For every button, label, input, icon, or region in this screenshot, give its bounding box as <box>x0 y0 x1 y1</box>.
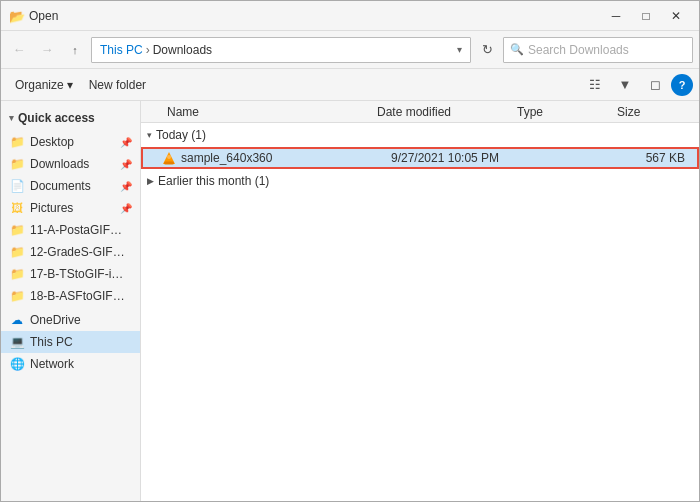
file-name-sample: sample_640x360 <box>181 151 391 165</box>
new-folder-label: New folder <box>89 78 146 92</box>
desktop-folder-icon: 📁 <box>9 134 25 150</box>
file-date-sample: 9/27/2021 10:05 PM <box>391 151 531 165</box>
folder1-icon: 📁 <box>9 222 25 238</box>
address-bar: ← → ↑ This PC › Downloads ▾ ↻ 🔍 Search D… <box>1 31 699 69</box>
search-icon: 🔍 <box>510 43 524 56</box>
search-placeholder: Search Downloads <box>528 43 629 57</box>
downloads-pin-icon: 📌 <box>120 159 132 170</box>
close-button[interactable]: ✕ <box>661 1 691 31</box>
quick-access-header[interactable]: ▾ Quick access <box>1 105 140 131</box>
sidebar-item-folder2[interactable]: 📁 12-GradeS-GIFtoVid <box>1 241 140 263</box>
folder4-icon: 📁 <box>9 288 25 304</box>
network-icon: 🌐 <box>9 356 25 372</box>
organize-label: Organize <box>15 78 64 92</box>
today-group-label: Today (1) <box>156 128 206 142</box>
sidebar-item-pictures[interactable]: 🖼 Pictures 📌 <box>1 197 140 219</box>
sidebar-desktop-label: Desktop <box>30 135 74 149</box>
sidebar-item-folder4[interactable]: 📁 18-B-ASFtoGIF-ima <box>1 285 140 307</box>
sidebar: ▾ Quick access 📁 Desktop 📌 📁 Downloads 📌… <box>1 101 141 501</box>
quick-access-label: Quick access <box>18 111 95 125</box>
file-list: Name Date modified Type Size ▾ Today (1) <box>141 101 699 501</box>
group-today-header[interactable]: ▾ Today (1) <box>141 123 699 147</box>
col-name-header[interactable]: Name <box>147 105 377 119</box>
window-controls: ─ □ ✕ <box>601 1 691 31</box>
breadcrumb[interactable]: This PC › Downloads ▾ <box>91 37 471 63</box>
sidebar-folder1-label: 11-A-PostaGIFonIns <box>30 223 125 237</box>
minimize-button[interactable]: ─ <box>601 1 631 31</box>
sidebar-item-documents[interactable]: 📄 Documents 📌 <box>1 175 140 197</box>
onedrive-icon: ☁ <box>9 312 25 328</box>
sidebar-pictures-label: Pictures <box>30 201 73 215</box>
folder3-icon: 📁 <box>9 266 25 282</box>
sidebar-item-network[interactable]: 🌐 Network <box>1 353 140 375</box>
sidebar-item-thispc[interactable]: 💻 This PC <box>1 331 140 353</box>
svg-rect-1 <box>164 162 174 165</box>
view-dropdown-button[interactable]: ▼ <box>611 73 639 97</box>
organize-arrow: ▾ <box>67 78 73 92</box>
sidebar-folder2-label: 12-GradeS-GIFtoVid <box>30 245 125 259</box>
help-button[interactable]: ? <box>671 74 693 96</box>
breadcrumb-thispc[interactable]: This PC <box>100 43 143 57</box>
window-icon: 📂 <box>9 9 23 23</box>
col-type-header[interactable]: Type <box>517 105 617 119</box>
search-box[interactable]: 🔍 Search Downloads <box>503 37 693 63</box>
pictures-folder-icon: 🖼 <box>9 200 25 216</box>
sidebar-item-folder3[interactable]: 📁 17-B-TStoGIF-imag <box>1 263 140 285</box>
documents-pin-icon: 📌 <box>120 181 132 192</box>
breadcrumb-dropdown-icon[interactable]: ▾ <box>457 44 462 55</box>
expand-pane-button[interactable]: ◻ <box>641 73 669 97</box>
folder2-icon: 📁 <box>9 244 25 260</box>
title-bar: 📂 Open ─ □ ✕ <box>1 1 699 31</box>
sidebar-item-desktop[interactable]: 📁 Desktop 📌 <box>1 131 140 153</box>
column-header-row: Name Date modified Type Size <box>141 101 699 123</box>
group-earlier-header[interactable]: ▶ Earlier this month (1) <box>141 169 699 193</box>
thispc-icon: 💻 <box>9 334 25 350</box>
breadcrumb-separator: › <box>146 43 150 57</box>
svg-point-2 <box>167 155 171 159</box>
new-folder-button[interactable]: New folder <box>81 73 154 97</box>
sidebar-documents-label: Documents <box>30 179 91 193</box>
forward-button[interactable]: → <box>35 38 59 62</box>
sidebar-item-folder1[interactable]: 📁 11-A-PostaGIFonIns <box>1 219 140 241</box>
back-button[interactable]: ← <box>7 38 31 62</box>
sidebar-folder3-label: 17-B-TStoGIF-imag <box>30 267 125 281</box>
today-chevron-icon: ▾ <box>147 130 152 140</box>
view-toggle-button[interactable]: ☷ <box>581 73 609 97</box>
pictures-pin-icon: 📌 <box>120 203 132 214</box>
sidebar-folder4-label: 18-B-ASFtoGIF-ima <box>30 289 125 303</box>
quick-access-chevron: ▾ <box>9 113 14 123</box>
up-button[interactable]: ↑ <box>63 38 87 62</box>
sidebar-downloads-label: Downloads <box>30 157 89 171</box>
earlier-group-label: Earlier this month (1) <box>158 174 269 188</box>
refresh-button[interactable]: ↻ <box>475 38 499 62</box>
organize-button[interactable]: Organize ▾ <box>7 73 81 97</box>
sidebar-item-downloads[interactable]: 📁 Downloads 📌 <box>1 153 140 175</box>
file-vlc-icon <box>161 150 177 166</box>
earlier-chevron-icon: ▶ <box>147 176 154 186</box>
col-date-header[interactable]: Date modified <box>377 105 517 119</box>
main-area: ▾ Quick access 📁 Desktop 📌 📁 Downloads 📌… <box>1 101 699 501</box>
sidebar-network-label: Network <box>30 357 74 371</box>
window-title: Open <box>29 9 601 23</box>
maximize-button[interactable]: □ <box>631 1 661 31</box>
file-size-sample: 567 KB <box>631 151 693 165</box>
desktop-pin-icon: 📌 <box>120 137 132 148</box>
toolbar: Organize ▾ New folder ☷ ▼ ◻ ? <box>1 69 699 101</box>
downloads-folder-icon: 📁 <box>9 156 25 172</box>
documents-folder-icon: 📄 <box>9 178 25 194</box>
breadcrumb-downloads: Downloads <box>153 43 212 57</box>
col-size-header[interactable]: Size <box>617 105 693 119</box>
sidebar-item-onedrive[interactable]: ☁ OneDrive <box>1 309 140 331</box>
file-open-dialog: 📂 Open ─ □ ✕ ← → ↑ This PC › Downloads ▾… <box>0 0 700 502</box>
view-controls: ☷ ▼ ◻ ? <box>581 73 693 97</box>
file-row-sample[interactable]: sample_640x360 9/27/2021 10:05 PM 567 KB <box>141 147 699 169</box>
sidebar-onedrive-label: OneDrive <box>30 313 81 327</box>
quick-access-section: ▾ Quick access 📁 Desktop 📌 📁 Downloads 📌… <box>1 105 140 307</box>
sidebar-thispc-label: This PC <box>30 335 73 349</box>
